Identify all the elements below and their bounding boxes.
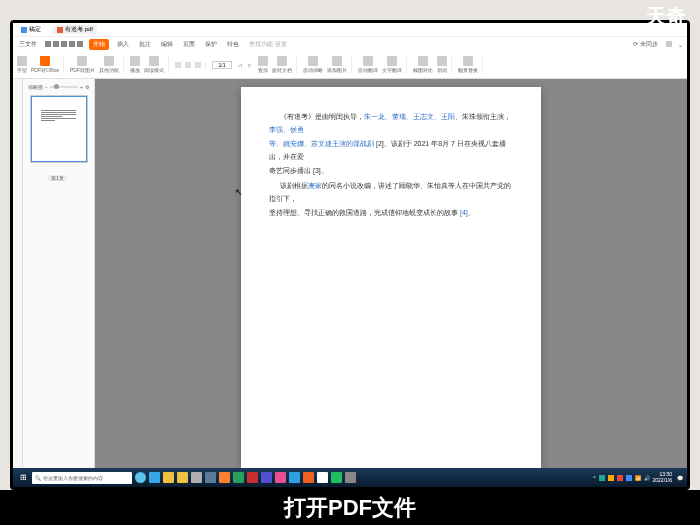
tool-group-1: 手型 PDF转Office — [17, 56, 64, 73]
app-12[interactable] — [289, 472, 300, 483]
tool-hand[interactable]: 手型 — [17, 56, 27, 73]
app-cortana[interactable] — [135, 472, 146, 483]
thumbnail-panel: 缩略图 − + ⚙ 第1页 — [23, 79, 95, 477]
tray-wifi-icon[interactable]: 📶 — [635, 475, 641, 481]
document-viewport[interactable]: ↖ 《有道考》是由明闰执导，朱一龙、董瑞、王志文、王阳、朱珠领衔主演，李强、侯勇… — [95, 79, 687, 477]
app-9[interactable] — [247, 472, 258, 483]
tool-misc1[interactable] — [175, 62, 181, 68]
tool-wordselect[interactable]: 划词 — [437, 56, 447, 73]
tray-ic2[interactable] — [608, 475, 614, 481]
thumb-zoom-slider[interactable] — [50, 86, 78, 88]
search-icon: 🔍 — [35, 475, 41, 481]
app-explorer[interactable] — [163, 472, 174, 483]
tray-notif-icon[interactable]: 💬 — [677, 475, 683, 481]
taskbar-apps — [135, 472, 356, 483]
title-bar: 稿定 有道考.pdf — [13, 23, 687, 37]
tool-other[interactable]: 其他功能 — [99, 56, 119, 73]
menu-search[interactable]: 查找功能 设置 — [247, 40, 289, 49]
tool-misc3[interactable] — [195, 62, 201, 68]
app-13[interactable] — [303, 472, 314, 483]
app-window: 稿定 有道考.pdf 三文件 开始 插入 批注 编辑 页面 保护 特色 查找功能… — [13, 23, 687, 487]
system-tray: ^ 📶 🔊 13:50 2022/1/6 💬 — [593, 472, 683, 483]
tray-up-icon[interactable]: ^ — [593, 475, 595, 481]
chevron-icon[interactable]: ⌄ — [678, 41, 683, 48]
menu-icons[interactable] — [45, 41, 83, 47]
page-prev[interactable]: ◁ — [238, 62, 242, 68]
app-8[interactable] — [233, 472, 244, 483]
toolbar: 手型 PDF转Office PDF转图片 其他功能 播放 阅读模式 ◁ ▷ 查找… — [13, 51, 687, 79]
menu-insert[interactable]: 插入 — [115, 40, 131, 49]
app-15[interactable] — [331, 472, 342, 483]
tab-file[interactable]: 有道考.pdf — [53, 25, 97, 34]
tool-pdf2office[interactable]: PDF转Office — [31, 56, 59, 73]
page-next[interactable]: ▷ — [248, 62, 252, 68]
app-edge[interactable] — [149, 472, 160, 483]
tool-find[interactable]: 查找 — [258, 56, 268, 73]
tool-pdf2img[interactable]: PDF转图片 — [70, 56, 95, 73]
content-area: 缩略图 − + ⚙ 第1页 ↖ 《有道考》是由明闰执导，朱一龙、董瑞、王志文、王… — [13, 79, 687, 477]
tool-addimg[interactable]: 添加图片 — [327, 56, 347, 73]
taskbar: ⊞ 🔍在这里输入你要搜索的内容 ^ 📶 🔊 13:50 2022/1/6 💬 — [13, 468, 687, 487]
menu-protect[interactable]: 保护 — [203, 40, 219, 49]
taskbar-clock[interactable]: 13:50 2022/1/6 — [653, 472, 674, 483]
tray-ic4[interactable] — [626, 475, 632, 481]
tool-capcompare[interactable]: 截图对比 — [413, 56, 433, 73]
app-16[interactable] — [345, 472, 356, 483]
app-folder[interactable] — [177, 472, 188, 483]
sync-status[interactable]: ⟳ 未同步 — [631, 40, 660, 49]
tool-readmode[interactable]: 阅读模式 — [144, 56, 164, 73]
zoom-out-icon[interactable]: − — [45, 84, 48, 90]
taskbar-search[interactable]: 🔍在这里输入你要搜索的内容 — [32, 472, 132, 484]
menu-annotate[interactable]: 批注 — [137, 40, 153, 49]
app-10[interactable] — [261, 472, 272, 483]
app-14[interactable] — [317, 472, 328, 483]
app-7[interactable] — [219, 472, 230, 483]
tool-texttrans[interactable]: 文字翻译 — [382, 56, 402, 73]
tray-ic1[interactable] — [599, 475, 605, 481]
app-store[interactable] — [191, 472, 202, 483]
tray-sound-icon[interactable]: 🔊 — [644, 475, 650, 481]
home-icon — [21, 27, 27, 33]
sidebar-strip[interactable] — [13, 79, 23, 477]
start-button[interactable]: ⊞ — [17, 472, 29, 484]
tool-play[interactable]: 播放 — [130, 56, 140, 73]
zoom-in-icon[interactable]: + — [80, 84, 83, 90]
menu-bar: 三文件 开始 插入 批注 编辑 页面 保护 特色 查找功能 设置 ⟳ 未同步 ⌄ — [13, 37, 687, 51]
tool-rotate[interactable]: 旋转文档 — [272, 56, 292, 73]
tool-autothumb[interactable]: 自动缩略 — [303, 56, 323, 73]
menu-edit[interactable]: 编辑 — [159, 40, 175, 49]
search-icon: ⦿ — [634, 26, 644, 37]
subtitle-caption: 打开PDF文件 — [0, 490, 700, 525]
pdf-icon — [57, 27, 63, 33]
app-settings[interactable] — [205, 472, 216, 483]
menu-file[interactable]: 三文件 — [17, 40, 39, 49]
tool-misc2[interactable] — [185, 62, 191, 68]
menu-start[interactable]: 开始 — [89, 39, 109, 50]
monitor-frame: 稿定 有道考.pdf 三文件 开始 插入 批注 编辑 页面 保护 特色 查找功能… — [10, 20, 690, 490]
page-number-input[interactable] — [212, 61, 232, 69]
pdf-page: 《有道考》是由明闰执导，朱一龙、董瑞、王志文、王阳、朱珠领衔主演，李强、侯勇 等… — [241, 87, 541, 469]
tool-autotrans[interactable]: 自动翻译 — [358, 56, 378, 73]
cursor-icon: ↖ — [235, 187, 243, 197]
thumbnail-title: 缩略图 — [28, 84, 43, 90]
tab-home[interactable]: 稿定 — [17, 25, 45, 34]
thumbnail-label: 第1页 — [48, 175, 67, 181]
tray-ic3[interactable] — [617, 475, 623, 481]
thumb-settings-icon[interactable]: ⚙ — [85, 84, 89, 90]
watermark-brand: ⦿ 天奇生活 — [634, 24, 686, 38]
app-11[interactable] — [275, 472, 286, 483]
menu-page[interactable]: 页面 — [181, 40, 197, 49]
tool-flipreplace[interactable]: 翻页替换 — [458, 56, 478, 73]
menu-feature[interactable]: 特色 — [225, 40, 241, 49]
min-icon[interactable] — [666, 41, 672, 47]
thumbnail-page-1[interactable] — [31, 96, 87, 162]
